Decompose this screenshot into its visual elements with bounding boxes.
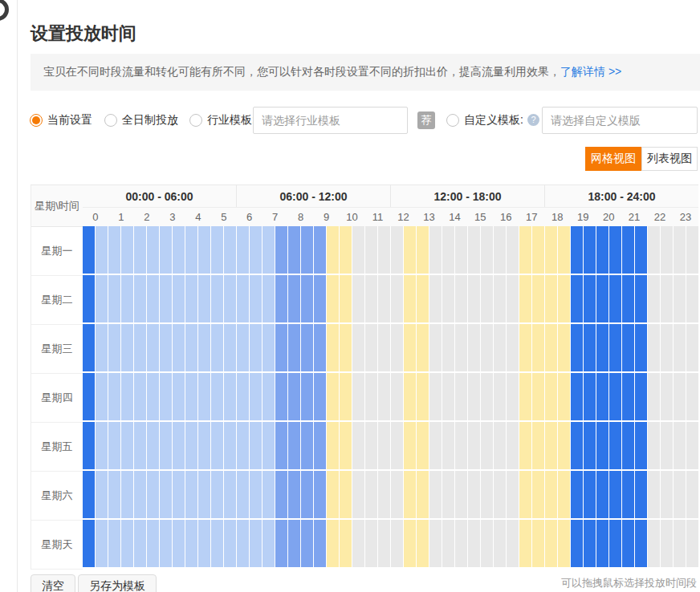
time-cell[interactable] [108, 471, 120, 518]
time-cell[interactable] [365, 520, 377, 567]
time-cell[interactable] [494, 226, 506, 274]
time-cell[interactable] [404, 520, 416, 567]
time-cell[interactable] [83, 275, 95, 322]
time-cell[interactable] [442, 275, 454, 322]
time-cell[interactable] [674, 373, 686, 420]
time-cell[interactable] [442, 471, 454, 518]
time-cell[interactable] [558, 422, 570, 469]
time-cell[interactable] [173, 520, 185, 567]
time-cell[interactable] [275, 373, 287, 420]
time-cell[interactable] [558, 324, 570, 371]
time-cell[interactable] [96, 373, 108, 420]
time-cell[interactable] [340, 275, 352, 322]
time-cell[interactable] [558, 471, 570, 518]
time-cell[interactable] [224, 422, 236, 469]
time-cell[interactable] [429, 422, 442, 469]
time-cell[interactable] [442, 520, 454, 567]
time-cell[interactable] [301, 422, 313, 469]
time-cell[interactable] [545, 471, 557, 518]
time-cell[interactable] [365, 373, 377, 420]
time-cell[interactable] [275, 520, 287, 567]
time-cell[interactable] [468, 471, 480, 518]
time-cell[interactable] [391, 324, 403, 371]
time-cell[interactable] [262, 471, 275, 518]
time-cell[interactable] [455, 471, 467, 518]
time-cell[interactable] [622, 226, 634, 274]
time-cell[interactable] [635, 471, 647, 518]
time-cell[interactable] [352, 520, 364, 567]
time-cell[interactable] [378, 226, 390, 274]
time-cell[interactable] [622, 520, 634, 567]
time-cell[interactable] [327, 373, 339, 420]
time-cell[interactable] [609, 422, 621, 469]
time-cell[interactable] [507, 471, 519, 518]
time-cell[interactable] [262, 520, 275, 567]
time-cell[interactable] [301, 520, 313, 567]
time-cell[interactable] [160, 471, 172, 518]
time-cell[interactable] [365, 471, 377, 518]
time-cell[interactable] [674, 520, 686, 567]
time-cell[interactable] [507, 373, 519, 420]
time-cell[interactable] [301, 471, 313, 518]
time-cell[interactable] [378, 324, 390, 371]
time-cell[interactable] [545, 373, 557, 420]
time-cell[interactable] [571, 324, 583, 371]
grid-view-button[interactable]: 网格视图 [585, 147, 641, 171]
learn-more-link[interactable]: 了解详情 >> [560, 65, 621, 79]
time-cell[interactable] [211, 324, 223, 371]
time-cell[interactable] [686, 422, 698, 469]
time-cell[interactable] [96, 520, 108, 567]
time-cell[interactable] [121, 422, 133, 469]
time-cell[interactable] [288, 422, 300, 469]
time-cell[interactable] [211, 373, 223, 420]
time-cell[interactable] [237, 422, 249, 469]
time-cell[interactable] [173, 422, 185, 469]
time-cell[interactable] [108, 226, 120, 274]
time-cell[interactable] [121, 373, 133, 420]
time-cell[interactable] [494, 520, 506, 567]
time-cell[interactable] [468, 324, 480, 371]
time-cell[interactable] [250, 226, 262, 274]
time-cell[interactable] [648, 373, 660, 420]
time-cell[interactable] [96, 275, 108, 322]
time-cell[interactable] [674, 275, 686, 322]
time-cell[interactable] [391, 275, 403, 322]
time-cell[interactable] [134, 275, 146, 322]
time-cell[interactable] [442, 422, 454, 469]
time-cell[interactable] [198, 422, 210, 469]
time-cell[interactable] [507, 324, 519, 371]
time-cell[interactable] [481, 520, 493, 567]
time-cell[interactable] [532, 520, 544, 567]
time-cell[interactable] [147, 471, 159, 518]
time-cell[interactable] [314, 373, 326, 420]
time-cell[interactable] [340, 422, 352, 469]
time-cell[interactable] [147, 226, 159, 274]
time-cell[interactable] [455, 520, 467, 567]
time-cell[interactable] [211, 275, 223, 322]
time-cell[interactable] [250, 373, 262, 420]
time-cell[interactable] [455, 324, 467, 371]
time-cell[interactable] [134, 422, 146, 469]
time-cell[interactable] [198, 275, 210, 322]
time-cell[interactable] [532, 324, 544, 371]
time-cell[interactable] [378, 422, 390, 469]
time-cell[interactable] [648, 422, 660, 469]
time-cell[interactable] [378, 275, 390, 322]
time-cell[interactable] [262, 422, 275, 469]
time-cell[interactable] [661, 471, 673, 518]
time-cell[interactable] [275, 324, 287, 371]
time-cell[interactable] [147, 422, 159, 469]
time-cell[interactable] [584, 422, 596, 469]
time-cell[interactable] [83, 373, 95, 420]
time-cell[interactable] [571, 471, 583, 518]
time-cell[interactable] [211, 422, 223, 469]
time-cell[interactable] [211, 471, 223, 518]
time-cell[interactable] [468, 422, 480, 469]
time-cell[interactable] [686, 275, 698, 322]
time-cell[interactable] [224, 226, 236, 274]
time-cell[interactable] [262, 275, 275, 322]
time-cell[interactable] [455, 226, 467, 274]
time-cell[interactable] [83, 226, 95, 274]
time-cell[interactable] [417, 275, 429, 322]
time-cell[interactable] [262, 373, 275, 420]
